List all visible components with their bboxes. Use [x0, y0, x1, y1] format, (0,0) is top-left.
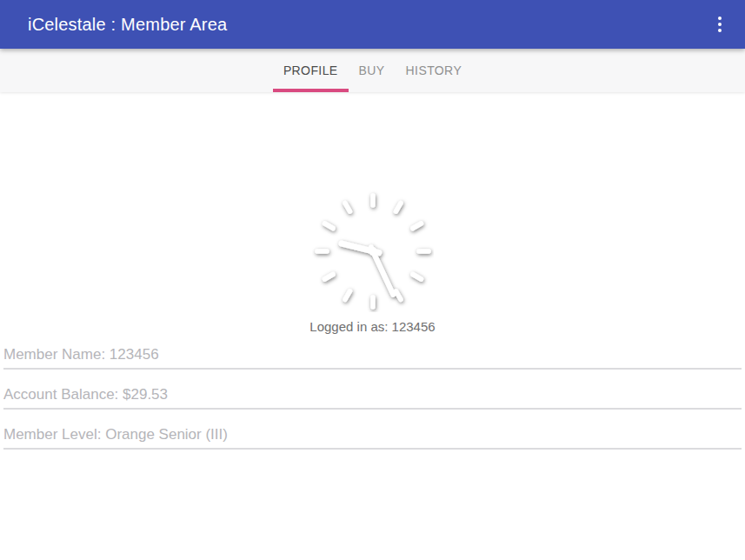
tab-history[interactable]: HISTORY — [396, 49, 473, 92]
more-vert-icon — [718, 17, 722, 20]
tab-bar: PROFILE BUY HISTORY — [0, 49, 745, 92]
more-vert-icon — [718, 23, 722, 26]
page-title: iCelestale : Member Area — [28, 15, 227, 35]
logged-in-as-text: Logged in as: 123456 — [0, 319, 745, 334]
tab-profile[interactable]: PROFILE — [273, 49, 349, 92]
app-bar: iCelestale : Member Area — [0, 0, 745, 49]
member-name-field: Member Name: 123456 — [3, 339, 742, 370]
member-level-field: Member Level: Orange Senior (III) — [3, 419, 742, 450]
overflow-menu-button[interactable] — [707, 7, 733, 42]
account-balance-field: Account Balance: $29.53 — [3, 379, 742, 410]
tab-buy[interactable]: BUY — [349, 49, 396, 92]
more-vert-icon — [718, 29, 722, 32]
member-fields: Member Name: 123456 Account Balance: $29… — [0, 339, 745, 459]
profile-page: Logged in as: 123456 Member Name: 123456… — [0, 92, 745, 560]
analog-clock-widget — [312, 190, 434, 312]
